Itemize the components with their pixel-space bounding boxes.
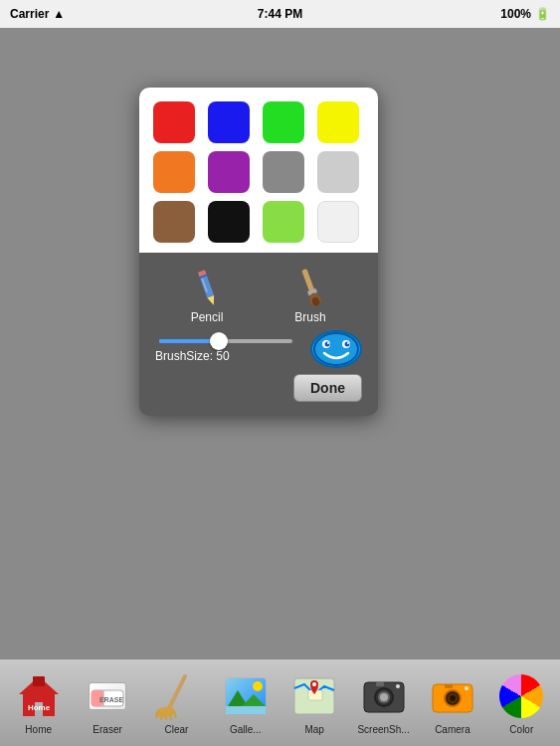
wifi-icon: ▲ [53, 7, 65, 21]
canvas-area[interactable]: Pencil Br [0, 28, 560, 658]
svg-point-52 [465, 686, 468, 690]
color-swatch-white[interactable] [317, 201, 359, 243]
screenshot-icon [362, 676, 406, 716]
svg-rect-44 [376, 682, 384, 686]
svg-point-43 [380, 693, 388, 701]
color-swatch-blue[interactable] [208, 101, 250, 143]
brush-size-slider[interactable] [159, 339, 292, 343]
svg-line-29 [174, 711, 176, 718]
eraser-label: Eraser [93, 724, 121, 735]
svg-point-34 [253, 681, 263, 691]
toolbar-item-gallery[interactable]: Galle... [211, 670, 280, 735]
status-bar: Carrier ▲ 7:44 PM 100% 🔋 [0, 0, 560, 28]
battery-label: 100% [500, 7, 531, 21]
svg-rect-5 [301, 269, 314, 292]
gallery-label: Galle... [230, 724, 262, 735]
screenshot-label: ScreenSh... [357, 724, 409, 735]
color-swatch-brown[interactable] [153, 201, 195, 243]
svg-point-38 [312, 682, 316, 686]
svg-point-14 [327, 342, 329, 344]
color-swatch-purple[interactable] [208, 151, 250, 193]
color-swatch-red[interactable] [153, 101, 195, 143]
toolbar-item-color[interactable]: Color [487, 670, 556, 735]
pencil-label: Pencil [191, 310, 224, 324]
smiley-preview[interactable] [310, 330, 362, 368]
status-time: 7:44 PM [258, 7, 302, 21]
status-left: Carrier ▲ [10, 7, 65, 21]
carrier-label: Carrier [10, 7, 49, 21]
eraser-icon: ERASE [89, 682, 126, 710]
toolbar-item-clear[interactable]: Clear [142, 670, 211, 735]
gallery-icon-wrap [220, 670, 272, 722]
color-pinwheel-icon [499, 674, 543, 718]
smiley-svg [312, 331, 360, 367]
svg-rect-51 [445, 684, 453, 688]
eraser-icon-wrap: ERASE [82, 670, 133, 722]
camera-icon [431, 676, 474, 716]
color-icon-wrap [495, 670, 547, 722]
bottom-toolbar: Home Home ERASE Eraser [0, 658, 560, 746]
svg-text:ERASE: ERASE [99, 696, 123, 703]
brush-icon [284, 261, 335, 313]
done-button[interactable]: Done [293, 374, 362, 402]
tools-area: Pencil Br [139, 253, 378, 416]
color-swatch-orange[interactable] [153, 151, 195, 193]
battery-icon: 🔋 [535, 7, 550, 21]
color-grid-area [139, 88, 378, 253]
home-icon: Home [15, 672, 63, 720]
svg-point-50 [450, 695, 456, 701]
map-label: Map [304, 724, 323, 735]
svg-line-26 [161, 713, 162, 720]
svg-point-13 [345, 342, 350, 347]
svg-line-28 [170, 713, 171, 720]
toolbar-item-eraser[interactable]: ERASE Eraser [73, 670, 141, 735]
svg-text:Home: Home [28, 703, 51, 712]
clear-label: Clear [164, 724, 188, 735]
color-swatch-lime[interactable] [263, 201, 304, 243]
clear-icon-wrap [150, 670, 202, 722]
pencil-tool[interactable]: Pencil [189, 267, 225, 324]
color-swatch-gray-medium[interactable] [263, 151, 304, 193]
toolbar-item-home[interactable]: Home Home [4, 670, 73, 735]
status-right: 100% 🔋 [500, 7, 550, 21]
home-label: Home [25, 724, 52, 735]
gallery-icon [224, 676, 268, 716]
slider-row [155, 339, 296, 343]
home-icon-wrap: Home [13, 670, 65, 722]
toolbar-item-screenshot[interactable]: ScreenSh... [349, 670, 418, 735]
middle-row: BrushSize: 50 [155, 330, 362, 368]
color-swatch-yellow[interactable] [317, 101, 359, 143]
svg-rect-17 [33, 676, 45, 686]
color-swatch-green[interactable] [263, 101, 304, 143]
map-icon-wrap [288, 670, 340, 722]
toolbar-item-camera[interactable]: Camera [418, 670, 486, 735]
color-grid [153, 101, 364, 243]
tool-row: Pencil Br [155, 267, 362, 324]
camera-icon-wrap [427, 670, 478, 722]
color-swatch-black[interactable] [208, 201, 250, 243]
slider-section: BrushSize: 50 [155, 335, 296, 363]
color-swatch-gray-light[interactable] [317, 151, 359, 193]
screenshot-icon-wrap [358, 670, 410, 722]
clear-broom-icon [155, 672, 197, 720]
svg-point-15 [347, 342, 349, 344]
svg-point-9 [314, 333, 358, 365]
brush-label: Brush [294, 310, 325, 324]
brush-size-label: BrushSize: 50 [155, 349, 296, 363]
brush-tool[interactable]: Brush [292, 267, 328, 324]
svg-point-12 [325, 342, 330, 347]
color-label: Color [509, 724, 533, 735]
camera-label: Camera [435, 724, 470, 735]
toolbar-item-map[interactable]: Map [280, 670, 349, 735]
done-row: Done [155, 368, 362, 406]
color-tool-modal: Pencil Br [139, 88, 378, 416]
svg-rect-35 [226, 706, 266, 714]
pencil-icon [189, 267, 225, 306]
svg-point-45 [396, 684, 400, 688]
map-icon [292, 676, 336, 716]
svg-line-23 [169, 676, 185, 708]
slider-thumb[interactable] [210, 332, 228, 350]
